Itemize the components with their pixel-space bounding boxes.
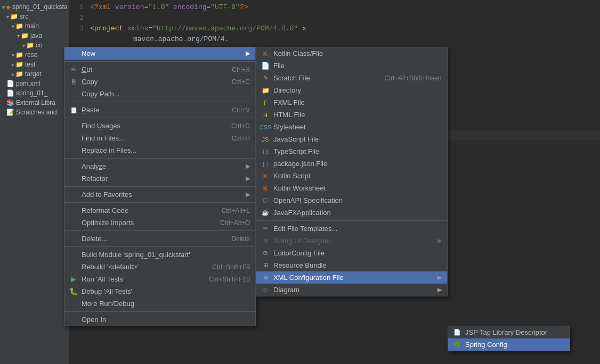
ctx-find-files-shortcut: Ctrl+H: [232, 135, 250, 142]
tree-java[interactable]: ▾ 📁 java: [0, 31, 69, 40]
ctx-refactor[interactable]: Refactor ▶: [64, 172, 255, 185]
new-stylesheet-label: Stylesheet: [273, 123, 442, 131]
ctx-cut-label: Cut: [82, 65, 221, 73]
tree-target[interactable]: ▸ 📁 target: [0, 69, 69, 79]
ctx-copy-path-label: Copy Path...: [82, 90, 250, 98]
html-icon: H: [261, 112, 270, 118]
xml-jsp-tag[interactable]: 📄 JSP Tag Library Descriptor: [448, 326, 570, 338]
new-file[interactable]: 📄 File: [256, 60, 447, 72]
new-javascript[interactable]: JS JavaScript File: [256, 133, 447, 145]
tree-spring[interactable]: 📄 spring_01_: [0, 88, 69, 98]
tree-test[interactable]: ▸ 📁 test: [0, 60, 69, 69]
new-xml-config-label: XML Configuration File: [273, 274, 433, 282]
edit-templates-icon: ✏: [261, 225, 270, 232]
ctx-debug-tests[interactable]: 🐛 Debug 'All Tests': [64, 285, 255, 297]
new-directory-label: Directory: [273, 86, 442, 94]
new-submenu: K Kotlin Class/File 📄 File ✎ Scratch Fil…: [256, 47, 448, 296]
tree-ext-lib[interactable]: 📚 External Libra: [0, 98, 69, 107]
tree-main[interactable]: ▾ 📁 main: [0, 21, 69, 31]
ctx-paste[interactable]: 📋 Paste Ctrl+V: [64, 104, 255, 116]
ctx-replace-files[interactable]: Replace in Files...: [64, 144, 255, 156]
new-openapi-label: OpenAPI Specification: [273, 196, 442, 204]
kotlin-worksheet-icon: K: [261, 185, 270, 192]
tree-scratches[interactable]: 📝 Scratches and: [0, 107, 69, 117]
directory-icon: 📁: [261, 87, 270, 94]
ctx-reformat[interactable]: Reformat Code Ctrl+Alt+L: [64, 204, 255, 217]
separator-6: [64, 202, 255, 203]
ctx-optimize-imports[interactable]: Optimize Imports Ctrl+Alt+O: [64, 217, 255, 229]
new-typescript[interactable]: TS TypeScript File: [256, 145, 447, 158]
tree-co[interactable]: ▾ 📁 co: [0, 40, 69, 50]
new-diagram-label: Diagram: [273, 286, 433, 294]
ctx-build-module-label: Build Module 'spring_01_quickstart': [82, 251, 250, 259]
ctx-optimize-imports-shortcut: Ctrl+Alt+O: [220, 219, 250, 227]
ctx-delete-shortcut: Delete: [231, 235, 250, 243]
ctx-run-tests[interactable]: ▶ Run 'All Tests' Ctrl+Shift+F10: [64, 273, 255, 285]
root-label: spring_01_quickstart: [12, 3, 67, 11]
ctx-cut[interactable]: ✂ Cut Ctrl+X: [64, 63, 255, 76]
ctx-more-run[interactable]: More Run/Debug: [64, 297, 255, 310]
tree-pom[interactable]: 📄 pom.xml: [0, 79, 69, 88]
tree-root[interactable]: ▾ ◈ spring_01_quickstart: [0, 2, 69, 12]
separator-7: [64, 230, 255, 231]
new-scratch-file[interactable]: ✎ Scratch File Ctrl+Alt+Shift+Insert: [256, 72, 447, 84]
ctx-replace-files-label: Replace in Files...: [82, 146, 250, 154]
new-edit-templates[interactable]: ✏ Edit File Templates...: [256, 222, 447, 235]
spring-config-icon: 🌿: [452, 341, 462, 348]
new-kotlin-class-label: Kotlin Class/File: [273, 49, 442, 57]
new-diagram[interactable]: ◇ Diagram ▶: [256, 284, 447, 296]
ctx-find-files[interactable]: Find in Files... Ctrl+H: [64, 132, 255, 144]
root-icon: ◈: [6, 3, 11, 11]
ctx-build-module[interactable]: Build Module 'spring_01_quickstart': [64, 249, 255, 261]
new-javafx[interactable]: ☕ JavaFXApplication: [256, 206, 447, 219]
separator-4: [64, 158, 255, 159]
new-kotlin-script[interactable]: K Kotlin Script: [256, 170, 447, 182]
editor-line-2: 2: [69, 13, 600, 23]
ctx-copy-shortcut: Ctrl+C: [232, 78, 250, 86]
ctx-copy[interactable]: ⎘ Copy Ctrl+C: [64, 76, 255, 88]
new-xml-config-arrow: ▶: [437, 274, 442, 281]
ctx-new[interactable]: New ▶: [64, 47, 255, 60]
ctx-paste-shortcut: Ctrl+V: [232, 106, 250, 114]
new-stylesheet[interactable]: CSS Stylesheet: [256, 121, 447, 133]
diagram-icon: ◇: [261, 286, 270, 293]
ctx-find-usages[interactable]: Find Usages Ctrl+G: [64, 120, 255, 132]
ctx-refactor-arrow: ▶: [246, 175, 250, 182]
new-directory[interactable]: 📁 Directory: [256, 84, 447, 96]
new-fxml[interactable]: F FXML File: [256, 96, 447, 109]
new-kotlin-worksheet[interactable]: K Kotlin Worksheet: [256, 182, 447, 194]
openapi-icon: ⬡: [261, 197, 270, 204]
cut-icon: ✂: [69, 66, 78, 73]
file-icon: 📄: [261, 62, 270, 70]
ctx-open-in-label: Open In: [82, 316, 250, 324]
tree-reso[interactable]: ▾ 📁 reso: [0, 50, 69, 60]
ctx-rebuild[interactable]: Rebuild '<default>' Ctrl+Shift+F9: [64, 261, 255, 273]
javafx-icon: ☕: [261, 209, 270, 216]
new-xml-config[interactable]: ⊞ XML Configuration File ▶: [256, 271, 447, 284]
ctx-copy-path[interactable]: Copy Path...: [64, 88, 255, 100]
swing-icon: ⊞: [261, 237, 270, 244]
xml-spring-config[interactable]: 🌿 Spring Config: [448, 338, 570, 351]
ctx-reformat-label: Reformat Code: [82, 206, 211, 214]
ctx-run-tests-shortcut: Ctrl+Shift+F10: [209, 276, 250, 283]
context-menu: New ▶ ✂ Cut Ctrl+X ⎘ Copy Ctrl+C Copy Pa…: [64, 47, 256, 326]
editor-line-3: 3 <project xmlns="http://maven.apache.or…: [69, 23, 600, 34]
copy-icon: ⎘: [69, 78, 78, 86]
ctx-add-favorites[interactable]: Add to Favorites ▶: [64, 188, 255, 201]
tree-src[interactable]: ▾ 📁 src: [0, 12, 69, 21]
ctx-open-in[interactable]: Open In: [64, 313, 255, 326]
new-swing-designer[interactable]: ⊞ Swing UI Designer ▶: [256, 235, 447, 247]
new-kotlin-class[interactable]: K Kotlin Class/File: [256, 47, 447, 60]
ctx-find-usages-shortcut: Ctrl+G: [231, 122, 250, 130]
new-resource-bundle[interactable]: ⊞ Resource Bundle: [256, 259, 447, 271]
new-package-json[interactable]: { } package.json File: [256, 158, 447, 170]
ctx-delete[interactable]: Delete... Delete: [64, 233, 255, 245]
new-openapi[interactable]: ⬡ OpenAPI Specification: [256, 194, 447, 206]
new-scratch-shortcut: Ctrl+Alt+Shift+Insert: [384, 75, 442, 82]
new-html[interactable]: H HTML File: [256, 109, 447, 121]
new-editorconfig[interactable]: ⚙ EditorConfig File: [256, 247, 447, 259]
new-diagram-arrow: ▶: [437, 286, 442, 293]
resource-bundle-icon: ⊞: [261, 262, 270, 269]
ctx-run-tests-label: Run 'All Tests': [82, 275, 198, 283]
ctx-analyze[interactable]: Analyze ▶: [64, 160, 255, 172]
